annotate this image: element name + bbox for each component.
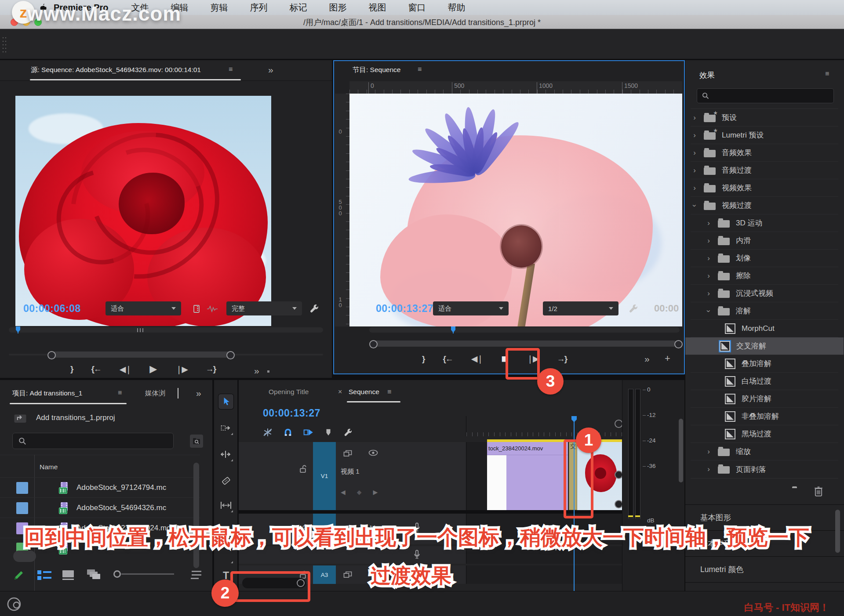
project-horizontal-scrollbar[interactable]: [13, 551, 36, 562]
step-back-button[interactable]: ◀❘: [120, 364, 131, 374]
source-scrub-bar[interactable]: [9, 327, 323, 333]
zoom-slider-track[interactable]: [121, 573, 174, 575]
track-header-v1[interactable]: V1 视频 1 ◀◆▶: [239, 442, 466, 510]
selection-tool[interactable]: [218, 394, 233, 409]
razor-tool[interactable]: [218, 473, 233, 488]
effects-panel-menu-icon[interactable]: ≡: [825, 70, 829, 78]
search-in-folder-button[interactable]: [190, 435, 203, 448]
fx-tree-item[interactable]: 交叉溶解: [685, 337, 844, 355]
navigate-up-icon[interactable]: [13, 411, 27, 424]
goto-in-button[interactable]: {←: [443, 354, 452, 364]
sync-lock-icon[interactable]: [343, 450, 352, 457]
mark-out-button[interactable]: }: [422, 354, 424, 364]
sort-icon[interactable]: [190, 569, 203, 581]
effects-search-input[interactable]: [697, 88, 834, 103]
program-zoom-handle-left[interactable]: [369, 340, 378, 348]
timeline-tab-opening-title[interactable]: Opening Title: [269, 388, 309, 396]
fx-tree-item[interactable]: ›内滑: [691, 232, 838, 250]
project-overflow-icon[interactable]: »: [196, 388, 201, 399]
fx-tree-item[interactable]: ›擦除: [691, 267, 838, 285]
drag-video-icon[interactable]: [192, 304, 202, 313]
keyframe-nav[interactable]: ◀◆▶: [341, 489, 378, 496]
mark-out-button[interactable]: }: [70, 364, 73, 374]
menu-item[interactable]: 图形: [329, 2, 347, 14]
fx-tree-item[interactable]: ›溶解: [691, 302, 838, 320]
add-marker-icon[interactable]: [324, 428, 332, 437]
menu-item[interactable]: 序列: [250, 2, 268, 14]
project-vertical-scrollbar[interactable]: [193, 463, 199, 568]
project-media-row[interactable]: AdobeStock_97124794.mc: [0, 477, 200, 498]
menu-item[interactable]: 帮助: [448, 2, 466, 14]
program-transport-overflow-icon[interactable]: »: [644, 354, 650, 364]
source-button-editor-icon[interactable]: [267, 370, 269, 373]
snap-magnet-icon[interactable]: [283, 428, 293, 437]
fx-tree-item[interactable]: ›缩放: [691, 443, 838, 460]
expand-icon[interactable]: ›: [691, 149, 698, 157]
slip-tool[interactable]: [218, 498, 233, 513]
source-zoom-bar[interactable]: [51, 351, 233, 358]
fx-tree-item[interactable]: ›★Lumetri 预设: [691, 127, 838, 144]
fx-tree-item[interactable]: ›★预设: [691, 109, 838, 127]
expand-icon[interactable]: ›: [706, 219, 712, 228]
panel-tab-Lumetri 颜色[interactable]: Lumetri 颜色: [685, 556, 844, 582]
ripple-edit-tool[interactable]: [218, 447, 233, 462]
collapse-icon[interactable]: ›: [690, 203, 699, 209]
source-zoom-select[interactable]: 适合: [106, 301, 181, 315]
step-back-button[interactable]: ◀❘: [471, 354, 483, 364]
source-monitor-tab[interactable]: 源: Sequence: AdobeStock_54694326.mov: 00…: [31, 65, 201, 75]
drag-audio-icon[interactable]: [207, 305, 218, 312]
source-timecode[interactable]: 00:00:06:08: [23, 303, 81, 315]
source-zoom-handle-left[interactable]: [47, 351, 56, 359]
timeline-scroll-knob[interactable]: [615, 471, 622, 479]
writable-pencil-icon[interactable]: [12, 569, 25, 582]
timeline-timecode[interactable]: 00:00:13:27: [263, 407, 320, 419]
zoom-slider-knob[interactable]: [113, 570, 121, 578]
source-overflow-icon[interactable]: »: [268, 65, 273, 75]
fx-tree-item[interactable]: ›音频效果: [691, 144, 838, 162]
goto-in-button[interactable]: {←: [91, 364, 101, 374]
source-resolution-select[interactable]: 完整: [226, 301, 302, 315]
clip-adobestock-238420024[interactable]: tock_238420024.mov: [487, 442, 568, 510]
freeform-view-icon[interactable]: [86, 569, 102, 581]
program-panel-menu-icon[interactable]: ≡: [418, 65, 422, 73]
fx-tree-item[interactable]: 非叠加溶解: [691, 408, 838, 425]
close-tab-icon[interactable]: ×: [338, 388, 342, 396]
expand-icon[interactable]: ›: [706, 447, 712, 456]
project-search-input[interactable]: [12, 433, 174, 449]
expand-icon[interactable]: ›: [706, 236, 712, 245]
expand-icon[interactable]: ›: [706, 465, 712, 474]
fx-tree-item[interactable]: ›视频效果: [691, 179, 838, 197]
timeline-settings-wrench-icon[interactable]: [343, 428, 353, 437]
effects-panel-title[interactable]: 效果: [699, 70, 715, 80]
fx-tree-item[interactable]: 白场过渡: [691, 373, 838, 390]
track-name-v1[interactable]: 视频 1: [341, 467, 360, 476]
project-media-row[interactable]: AdobeStock_54694326.mc: [0, 497, 200, 518]
menu-item[interactable]: 视图: [369, 2, 386, 14]
program-resolution-select[interactable]: 1/2: [543, 301, 618, 315]
linked-selection-icon[interactable]: [303, 428, 314, 437]
program-monitor-tab[interactable]: 节目: Sequence: [353, 65, 400, 75]
source-transport-overflow-icon[interactable]: »: [254, 366, 259, 376]
expand-icon[interactable]: ›: [706, 272, 712, 280]
program-button-editor-icon[interactable]: +: [665, 353, 670, 364]
delete-trash-icon[interactable]: [814, 486, 823, 497]
goto-out-button[interactable]: →}: [557, 354, 567, 364]
timeline-panel-menu-icon[interactable]: ≡: [387, 388, 391, 396]
track-lock-icon[interactable]: [299, 465, 307, 473]
menu-item[interactable]: 剪辑: [211, 2, 228, 14]
fx-tree-item[interactable]: 叠加溶解: [691, 355, 838, 373]
menu-item[interactable]: 标记: [290, 2, 307, 14]
fx-tree-item[interactable]: MorphCut: [691, 320, 838, 337]
name-column-header[interactable]: Name: [40, 463, 58, 471]
source-zoom-handle-right[interactable]: [226, 351, 235, 359]
timeline-scroll-knob[interactable]: [615, 420, 622, 428]
track-target-v1[interactable]: V1: [313, 442, 336, 510]
program-zoom-select[interactable]: 适合: [433, 301, 509, 315]
expand-icon[interactable]: ›: [691, 166, 698, 175]
program-top-ruler[interactable]: 050010001500: [349, 81, 682, 94]
track-select-forward-tool[interactable]: [218, 420, 233, 435]
step-forward-button[interactable]: ❘▶: [175, 364, 187, 374]
fx-tree-item[interactable]: ›音频过渡: [691, 162, 838, 179]
track-target-a3[interactable]: A3: [313, 565, 336, 584]
project-panel-menu-icon[interactable]: ≡: [118, 389, 122, 397]
